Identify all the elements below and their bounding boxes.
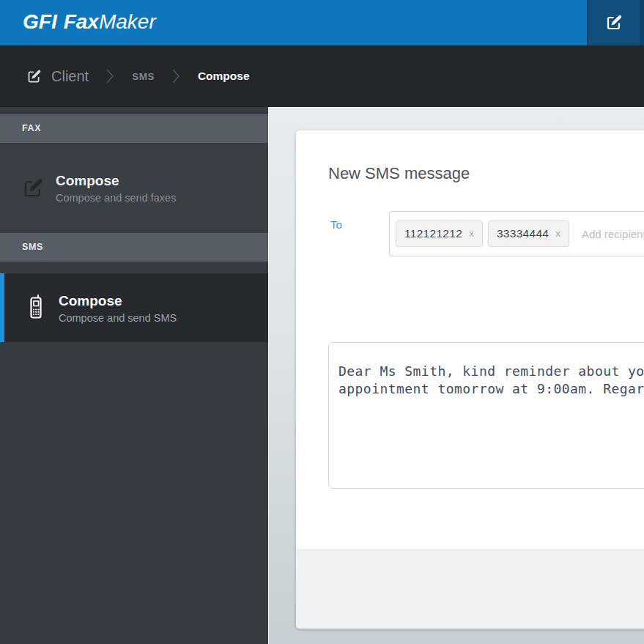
message-textarea[interactable]: Dear Ms Smith, kind reminder about your … xyxy=(328,342,644,489)
content-area: New SMS message To 112121212 x 33334444 … xyxy=(268,107,644,644)
sidebar-item-title: Compose xyxy=(59,292,177,309)
breadcrumb-item-compose[interactable]: Compose xyxy=(198,70,250,83)
app-header: GFIFaxMaker xyxy=(0,0,644,45)
compose-icon xyxy=(605,14,623,32)
sidebar-section-header-fax: FAX xyxy=(0,114,268,143)
mobile-phone-icon xyxy=(23,293,48,322)
compose-icon xyxy=(26,69,42,84)
new-sms-card: New SMS message To 112121212 x 33334444 … xyxy=(296,130,644,629)
sidebar-item-subtitle: Compose and send faxes xyxy=(56,192,176,204)
recipient-chip: 112121212 x xyxy=(396,221,483,247)
remove-recipient-icon[interactable]: x xyxy=(555,229,560,239)
page-title: New SMS message xyxy=(328,164,470,183)
to-label: To xyxy=(330,218,342,231)
remove-recipient-icon[interactable]: x xyxy=(469,229,474,239)
sidebar-item-sms-compose[interactable]: Compose Compose and send SMS xyxy=(0,273,268,342)
compose-icon xyxy=(21,177,45,199)
breadcrumb: Client SMS Compose xyxy=(0,45,644,107)
header-compose-button[interactable] xyxy=(587,0,640,45)
chevron-right-icon xyxy=(172,69,180,84)
sidebar-section-header-sms: SMS xyxy=(0,233,268,262)
logo-maker-text: Maker xyxy=(99,10,156,33)
app-window: GFIFaxMaker Client SMS Compo xyxy=(0,0,644,644)
gfi-faxmaker-logo: GFIFaxMaker xyxy=(23,10,156,34)
header-edge-strip xyxy=(640,0,644,45)
sidebar-item-subtitle: Compose and send SMS xyxy=(59,312,177,324)
recipient-number: 112121212 xyxy=(404,227,462,240)
sidebar-item-fax-compose[interactable]: Compose Compose and send faxes xyxy=(0,143,268,233)
breadcrumb-item-client[interactable]: Client xyxy=(51,68,89,85)
breadcrumb-item-sms[interactable]: SMS xyxy=(132,71,155,82)
add-recipient-input[interactable] xyxy=(574,227,644,241)
chevron-right-icon xyxy=(106,69,114,84)
sidebar: FAX Compose Compose and send faxes SMS xyxy=(0,107,268,644)
logo-fax-text: Fax xyxy=(64,10,99,33)
card-footer xyxy=(296,549,644,629)
recipients-input[interactable]: 112121212 x 33334444 x xyxy=(389,211,644,256)
recipient-chip: 33334444 x xyxy=(488,221,569,247)
sidebar-item-title: Compose xyxy=(56,172,176,189)
recipient-number: 33334444 xyxy=(497,227,549,240)
logo-gfi-text: GFI xyxy=(23,10,57,33)
